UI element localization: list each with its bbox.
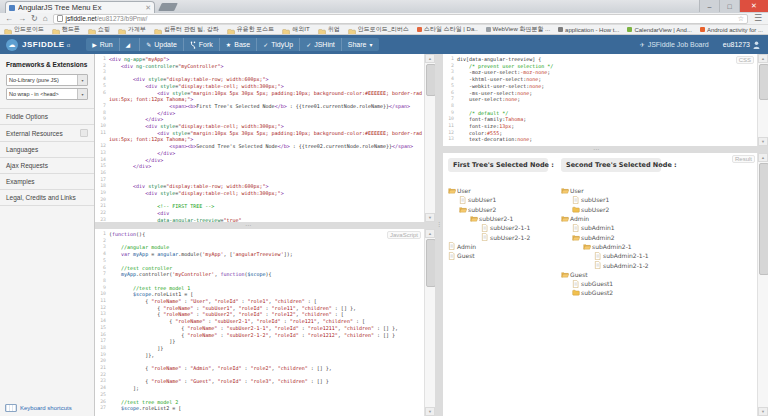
css-code[interactable]: 1div[data-angular-treeview] {2 /* preven… <box>443 56 757 143</box>
code-line[interactable]: 14 </div> <box>95 157 424 164</box>
tree-item[interactable]: subUser2-1-2 <box>448 232 561 241</box>
code-line[interactable]: 11 <div style="margin:10px 5px 30px 5px;… <box>95 130 424 143</box>
left-horizontal-splitter[interactable]: ⋯ <box>95 222 435 229</box>
sidebar-item-legal-credits-and-links[interactable]: Legal, Credits and Links <box>0 189 94 206</box>
code-line[interactable]: 18 ]} <box>95 345 424 352</box>
code-line[interactable]: 22 <div <box>95 210 424 217</box>
tree-item[interactable]: subAdmin2-1 <box>561 242 674 251</box>
bookmark-item[interactable]: 가계부 <box>118 25 146 35</box>
splitter-handle[interactable]: ⋮ <box>435 222 443 227</box>
toolbar-button-stats-icon[interactable]: ◢ <box>120 38 141 51</box>
code-line[interactable]: 7 <span><b>First Tree's Selected Node</b… <box>95 103 424 110</box>
refresh-icon[interactable]: ↻ <box>31 14 38 24</box>
code-line[interactable]: 12 <span><b>Second Tree's Selected Node<… <box>95 143 424 150</box>
code-line[interactable]: 6 <div style="margin:10px 5px 30px 5px; … <box>95 90 424 103</box>
job-board-link[interactable]: ✈ JSFiddle Job Board <box>640 41 709 48</box>
code-line[interactable]: 13 { "roleName" : "subUser2", "roleId" :… <box>95 311 424 318</box>
code-line[interactable]: 20 <box>95 197 424 204</box>
code-line[interactable]: 17 <box>95 177 424 184</box>
tree-item[interactable]: subAdmin2 <box>561 232 674 241</box>
bookmark-item[interactable]: 컴퓨터 관련 팁, 강좌 <box>154 25 219 35</box>
scroll-up-icon[interactable]: ▲ <box>425 54 435 63</box>
toolbar-button-base[interactable]: ★Base <box>220 38 257 51</box>
tree-item[interactable]: User <box>561 186 674 195</box>
tree-item[interactable]: Admin <box>448 242 561 251</box>
bookmark-item[interactable]: 쇼핑 <box>88 25 110 35</box>
css-scrollbar[interactable]: ▲ ▼ <box>757 54 768 146</box>
tree-item[interactable]: subAdmin1 <box>561 223 674 232</box>
toolbar-button-update[interactable]: ✎Update <box>140 38 184 51</box>
chrome-menu-icon[interactable]: ☰ <box>754 14 762 23</box>
bookmark-item[interactable]: 유용한 포스트 <box>227 25 275 35</box>
splitter-handle[interactable]: ⋯ <box>245 223 251 228</box>
close-icon[interactable]: ✕ <box>739 0 768 12</box>
code-line[interactable]: 9 //test tree model 1 <box>95 285 424 292</box>
code-line[interactable]: 8 <box>443 103 757 110</box>
tree-item[interactable]: subUser1 <box>561 195 674 204</box>
sidebar-item-examples[interactable]: Examples <box>0 173 94 189</box>
minimize-icon[interactable]: – <box>699 0 719 12</box>
scroll-up-icon[interactable]: ▲ <box>758 153 768 162</box>
code-line[interactable]: 22 <box>95 372 424 379</box>
sidebar-item-ajax-requests[interactable]: Ajax Requests <box>0 157 94 173</box>
code-line[interactable]: 4 -khtml-user-select:none; <box>443 76 757 83</box>
result-scrollbar[interactable]: ▲ ▼ <box>757 153 768 416</box>
code-line[interactable]: 2 /* prevent user selection */ <box>443 63 757 70</box>
code-line[interactable]: 1<div ng-app="myApp"> <box>95 56 424 63</box>
scroll-up-icon[interactable]: ▲ <box>425 229 435 238</box>
code-line[interactable]: 21 { "roleName" : "Admin", "roleId" : "r… <box>95 365 424 372</box>
code-line[interactable]: 27 $scope.roleList2 = [ <box>95 405 424 412</box>
sidebar-item-external-resources[interactable]: External Resources <box>0 124 94 141</box>
tree-item[interactable]: Guest <box>561 270 674 279</box>
code-line[interactable]: 9 /* default */ <box>443 110 757 117</box>
code-line[interactable]: 23 { "roleName" : "Guest", "roleId" : "r… <box>95 378 424 385</box>
css-editor-panel[interactable]: CSS 1div[data-angular-treeview] {2 /* pr… <box>443 54 768 146</box>
code-line[interactable]: 5 <box>95 258 424 265</box>
code-line[interactable]: 5 <div style="display:table-cell; width:… <box>95 83 424 90</box>
bookmark-item[interactable]: Android activity for ... <box>700 27 763 33</box>
toolbar-button-jshint[interactable]: ✓JSHint <box>300 38 342 51</box>
code-line[interactable]: 25 <box>95 392 424 399</box>
code-line[interactable]: 13 text-decoration:none; <box>443 136 757 143</box>
code-line[interactable]: 12 { "roleName" : "subUser1", "roleId" :… <box>95 305 424 312</box>
code-line[interactable]: 17 ]} <box>95 338 424 345</box>
sidebar-item-fiddle-options[interactable]: Fiddle Options <box>0 108 94 124</box>
code-line[interactable]: 18 <div style="display:table-row; width:… <box>95 183 424 190</box>
tree-item[interactable]: subAdmin2-1-2 <box>561 260 674 269</box>
right-horizontal-splitter[interactable]: ⋯ <box>443 146 768 153</box>
toolbar-button-share[interactable]: Share▾ <box>342 38 379 51</box>
jsfiddle-logo[interactable]: ☁ JSFIDDLE α <box>6 39 70 51</box>
vertical-splitter[interactable]: ⋮ <box>435 54 443 416</box>
bookmark-item[interactable]: 안드로이드_리버스 <box>348 25 409 35</box>
bookmark-item[interactable]: 해외IT <box>282 25 309 35</box>
code-line[interactable]: 3 <box>95 69 424 76</box>
tree-item[interactable]: subUser2 <box>561 205 674 214</box>
html-scrollbar[interactable]: ▲ ▼ <box>424 54 435 222</box>
code-line[interactable]: 1(function(){ <box>95 231 424 238</box>
js-editor-panel[interactable]: JavaScript 1(function(){2 3 //angular mo… <box>95 229 435 416</box>
user-menu[interactable]: eu81273 <box>723 41 760 49</box>
home-icon[interactable]: ⌂ <box>43 14 48 24</box>
code-line[interactable]: 6 -ms-user-select:none; <box>443 90 757 97</box>
scroll-down-icon[interactable]: ▼ <box>758 137 768 146</box>
tree-item[interactable]: subUser2 <box>448 205 561 214</box>
js-scrollbar[interactable]: ▲ ▼ <box>424 229 435 416</box>
code-line[interactable]: 21 <!-- FIRST TREE --> <box>95 203 424 210</box>
back-icon[interactable]: ← <box>5 14 13 24</box>
code-line[interactable]: 15 </div> <box>95 163 424 170</box>
tree-item[interactable]: subAdmin2-1-1 <box>561 251 674 260</box>
forward-icon[interactable]: → <box>18 14 26 24</box>
bookmark-item[interactable]: application - How t... <box>558 27 619 33</box>
bookmark-item[interactable]: WebView 화면분할 ... <box>486 25 550 34</box>
code-line[interactable]: 4 <div style="display:table-row; width:6… <box>95 76 424 83</box>
html-editor-panel[interactable]: 1<div ng-app="myApp">2 <div ng-controlle… <box>95 54 435 222</box>
code-line[interactable]: 10 <div style="display:table-cell; width… <box>95 123 424 130</box>
tree-item[interactable]: subUser2-1 <box>448 214 561 223</box>
code-line[interactable]: 14 { "roleName" : "subUser2-1", "roleId"… <box>95 318 424 325</box>
sidebar-item-languages[interactable]: Languages <box>0 141 94 157</box>
code-line[interactable]: 19 ]}, <box>95 352 424 359</box>
code-line[interactable]: 7 user-select:none; <box>443 96 757 103</box>
toolbar-button-fork[interactable]: Fork <box>184 38 220 51</box>
code-line[interactable]: 10 font-family:Tahoma; <box>443 116 757 123</box>
code-line[interactable]: 20 <box>95 358 424 365</box>
